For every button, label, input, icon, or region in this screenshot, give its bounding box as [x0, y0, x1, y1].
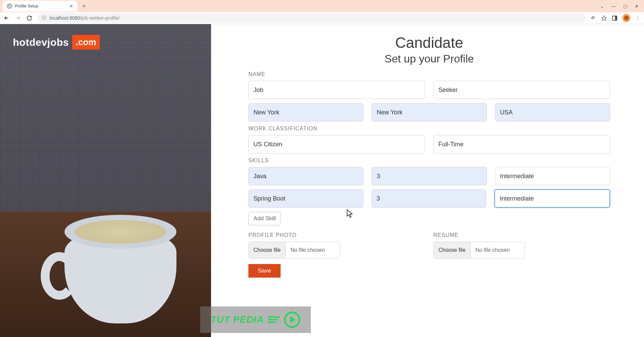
tab-bar: Profile Setup ✕ + ⌄ — ▢ ✕: [0, 0, 644, 12]
skill-name-input[interactable]: [248, 167, 363, 185]
address-bar[interactable]: ⓘ localhost:8080/job-seeker-profile/: [38, 13, 586, 23]
watermark-text: TUT PEDIA: [211, 314, 264, 325]
watermark-overlay: TUT PEDIA: [200, 306, 311, 333]
choose-file-button[interactable]: Choose file: [249, 242, 286, 258]
file-status: No file chosen: [286, 247, 329, 253]
minimize-icon[interactable]: —: [611, 4, 616, 9]
forward-icon[interactable]: [15, 15, 21, 21]
browser-tab[interactable]: Profile Setup ✕: [3, 1, 77, 12]
photo-label: PROFILE PHOTO: [248, 232, 425, 238]
country-input[interactable]: [495, 103, 610, 121]
skill-level-select[interactable]: [495, 167, 610, 185]
skill-years-input[interactable]: [372, 189, 487, 208]
choose-file-button[interactable]: Choose file: [434, 242, 471, 258]
star-icon[interactable]: [601, 15, 607, 21]
globe-icon: [7, 3, 12, 9]
work-label: WORK CLASSIFICATION: [248, 126, 610, 132]
info-icon[interactable]: ⓘ: [42, 15, 46, 21]
tab-title: Profile Setup: [15, 4, 67, 8]
hero-image: hotdevjobs .com: [0, 24, 211, 337]
skill-years-input[interactable]: [372, 167, 487, 185]
file-status: No file chosen: [471, 247, 514, 253]
skills-label: SKILLS: [248, 157, 610, 164]
skill-name-input[interactable]: [248, 189, 363, 208]
maximize-icon[interactable]: ▢: [623, 4, 627, 9]
menu-icon[interactable]: ⋮: [635, 15, 641, 21]
profile-avatar[interactable]: [622, 14, 630, 22]
page: hotdevjobs .com Candidate Set up your Pr…: [0, 24, 644, 337]
panel-icon[interactable]: [612, 15, 618, 21]
svg-rect-3: [615, 16, 617, 20]
resume-file-input[interactable]: Choose file No file chosen: [433, 242, 525, 259]
page-subtitle: Set up your Profile: [248, 53, 610, 65]
skill-row: [248, 167, 610, 185]
photo-file-input[interactable]: Choose file No file chosen: [248, 242, 340, 259]
city-input[interactable]: [248, 103, 363, 121]
logo-badge: .com: [72, 35, 100, 50]
first-name-input[interactable]: [248, 81, 425, 99]
chevron-down-icon[interactable]: ⌄: [600, 4, 604, 9]
save-button[interactable]: Save: [248, 264, 281, 278]
play-icon: [284, 312, 300, 328]
close-icon[interactable]: ✕: [69, 3, 73, 9]
speed-lines-icon: [268, 316, 280, 323]
form-panel: Candidate Set up your Profile NAME WORK …: [211, 24, 644, 337]
last-name-input[interactable]: [433, 81, 610, 99]
skill-level-select[interactable]: [494, 189, 610, 208]
window-controls: ⌄ — ▢ ✕: [600, 4, 644, 9]
page-title: Candidate: [248, 34, 610, 51]
share-icon[interactable]: [591, 15, 596, 21]
add-skill-button[interactable]: Add Skill: [248, 212, 281, 225]
resume-label: RESUME: [433, 232, 610, 238]
logo[interactable]: hotdevjobs .com: [13, 35, 100, 50]
back-icon[interactable]: [3, 15, 10, 21]
new-tab-button[interactable]: +: [82, 3, 86, 10]
work-type-select[interactable]: [433, 135, 610, 153]
url-text: localhost:8080/job-seeker-profile/: [50, 15, 119, 21]
state-input[interactable]: [372, 103, 487, 121]
work-classification-select[interactable]: [248, 135, 425, 153]
svg-marker-1: [602, 16, 606, 20]
nav-bar: ⓘ localhost:8080/job-seeker-profile/ ⋮: [0, 12, 644, 24]
reload-icon[interactable]: [26, 15, 32, 21]
browser-chrome: Profile Setup ✕ + ⌄ — ▢ ✕ ⓘ localhost:80…: [0, 0, 644, 24]
skill-row: [248, 189, 610, 208]
logo-text: hotdevjobs: [13, 37, 69, 48]
close-window-icon[interactable]: ✕: [635, 4, 639, 9]
name-label: NAME: [248, 71, 610, 77]
